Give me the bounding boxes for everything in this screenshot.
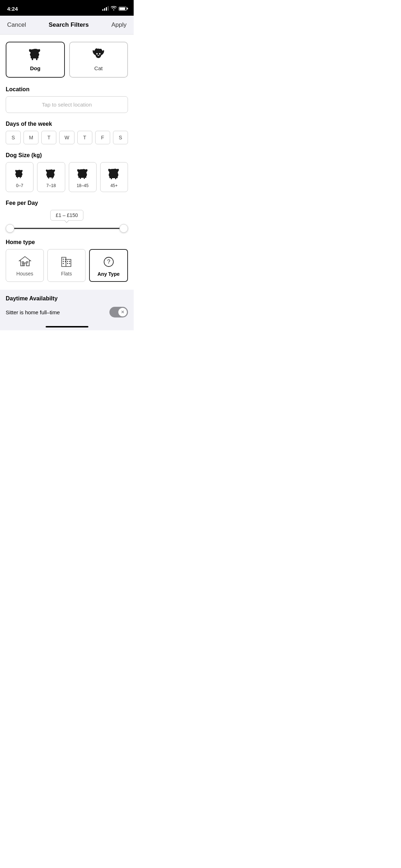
toggle-x-icon: ✕ — [118, 308, 127, 316]
size-medium[interactable]: 7–18 — [37, 162, 65, 192]
day-wednesday[interactable]: W — [59, 131, 74, 144]
svg-rect-9 — [63, 261, 64, 262]
signal-icon — [102, 6, 109, 11]
flats-label: Flats — [61, 271, 72, 277]
pet-type-selector: Dog Cat — [6, 42, 128, 78]
daytime-title: Daytime Availabilty — [6, 295, 128, 302]
flats-icon — [60, 255, 73, 268]
status-icons — [102, 6, 127, 11]
svg-rect-7 — [63, 259, 64, 260]
day-thursday[interactable]: T — [77, 131, 92, 144]
location-input[interactable]: Tap to select location — [6, 96, 128, 113]
cancel-button[interactable]: Cancel — [7, 21, 26, 29]
daytime-section: Daytime Availabilty Sitter is home full–… — [0, 290, 134, 330]
any-type-label: Any Type — [98, 271, 120, 277]
wifi-icon — [111, 6, 117, 11]
svg-point-1 — [99, 53, 101, 55]
size-small[interactable]: 0–7 — [6, 162, 34, 192]
svg-rect-4 — [22, 262, 24, 263]
cat-icon — [91, 48, 106, 62]
dog-size-row: 0–7 7–18 18–45 45+ — [6, 162, 128, 192]
pet-option-cat[interactable]: Cat — [69, 42, 128, 78]
status-bar: 4:24 — [0, 0, 134, 16]
cat-label: Cat — [94, 65, 103, 71]
battery-icon — [119, 7, 127, 11]
dog-size-section: Dog Size (kg) 0–7 7–18 18–45 — [6, 152, 128, 192]
svg-rect-15 — [69, 263, 70, 264]
home-type-section: Home type Houses — [6, 239, 128, 282]
svg-rect-12 — [67, 261, 68, 262]
days-label: Days of the week — [6, 121, 128, 127]
location-label: Location — [6, 86, 128, 93]
day-monday[interactable]: M — [24, 131, 38, 144]
dog-label: Dog — [30, 65, 40, 71]
home-type-any[interactable]: ? Any Type — [89, 249, 128, 282]
svg-point-0 — [96, 53, 98, 55]
day-saturday[interactable]: S — [113, 131, 128, 144]
svg-rect-8 — [65, 259, 66, 260]
fee-label: Fee per Day — [6, 200, 128, 206]
svg-rect-14 — [67, 263, 68, 264]
svg-text:?: ? — [107, 259, 110, 265]
home-type-row: Houses Flats — [6, 249, 128, 282]
any-type-icon: ? — [102, 255, 115, 268]
apply-button[interactable]: Apply — [111, 21, 127, 29]
medium-dog-icon — [45, 167, 57, 180]
home-indicator — [6, 323, 128, 330]
xlarge-dog-icon — [108, 167, 120, 180]
day-tuesday[interactable]: T — [41, 131, 56, 144]
sitter-home-text: Sitter is home full–time — [6, 309, 60, 315]
large-dog-icon — [76, 167, 89, 180]
location-section: Location Tap to select location — [6, 86, 128, 113]
fee-display: £1 – £150 — [50, 210, 83, 221]
daytime-row: Sitter is home full–time ✕ — [6, 307, 128, 323]
slider-thumb-max[interactable] — [119, 224, 128, 233]
nav-bar: Cancel Search Filters Apply — [0, 16, 134, 35]
days-section: Days of the week S M T W T F S — [6, 121, 128, 144]
main-content: Dog Cat Location Tap to select location … — [0, 35, 134, 337]
home-type-label: Home type — [6, 239, 128, 246]
home-type-houses[interactable]: Houses — [6, 249, 44, 282]
dog-size-label: Dog Size (kg) — [6, 152, 128, 159]
svg-rect-13 — [69, 261, 70, 262]
size-medium-label: 7–18 — [46, 183, 56, 188]
day-sunday[interactable]: S — [6, 131, 21, 144]
size-large[interactable]: 18–45 — [69, 162, 97, 192]
svg-rect-3 — [26, 262, 28, 263]
slider-track — [10, 228, 124, 229]
fee-slider[interactable] — [6, 223, 128, 233]
houses-label: Houses — [16, 271, 33, 277]
fee-section: Fee per Day £1 – £150 — [6, 200, 128, 233]
sitter-home-toggle[interactable]: ✕ — [109, 307, 128, 317]
days-row: S M T W T F S — [6, 131, 128, 144]
size-xlarge-label: 45+ — [110, 183, 118, 188]
small-dog-icon — [13, 167, 26, 180]
dog-icon — [28, 48, 42, 62]
size-xlarge[interactable]: 45+ — [100, 162, 128, 192]
status-time: 4:24 — [7, 6, 18, 12]
size-small-label: 0–7 — [16, 183, 23, 188]
day-friday[interactable]: F — [95, 131, 110, 144]
svg-rect-10 — [65, 261, 66, 262]
slider-thumb-min[interactable] — [6, 224, 14, 233]
house-icon — [19, 255, 31, 268]
svg-rect-11 — [63, 263, 64, 264]
home-indicator-bar — [46, 326, 88, 327]
page-title: Search Filters — [48, 21, 88, 29]
pet-option-dog[interactable]: Dog — [6, 42, 65, 78]
size-large-label: 18–45 — [77, 183, 88, 188]
home-type-flats[interactable]: Flats — [47, 249, 86, 282]
fee-tooltip: £1 – £150 — [6, 210, 128, 221]
